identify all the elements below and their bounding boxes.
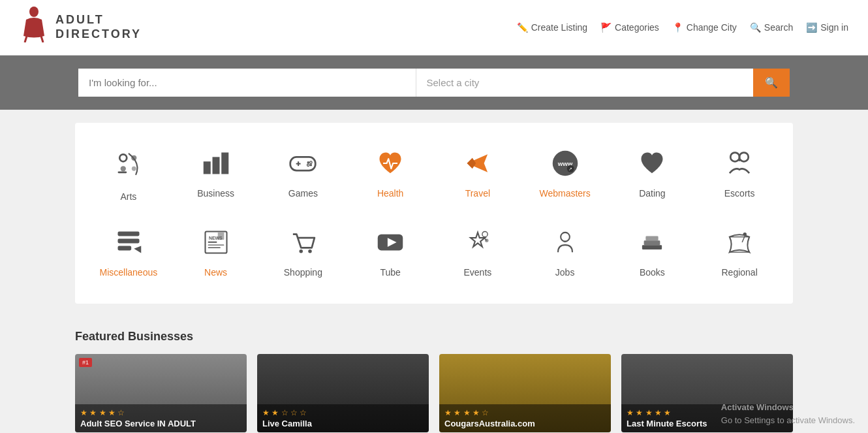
nav: ✏️ Create Listing 🚩 Categories 📍 Change … [517, 22, 848, 33]
svg-point-39 [482, 232, 488, 237]
shopping-icon [288, 228, 317, 259]
games-icon [288, 149, 317, 180]
logo-figure [20, 7, 49, 48]
featured-card-3[interactable]: ★ ★ ★ ★ ☆ CougarsAustralia.com [439, 354, 611, 432]
miscellaneous-icon [114, 228, 143, 259]
categories-container: Arts Business [75, 123, 793, 304]
header: ADULT DIRECTORY ✏️ Create Listing 🚩 Cate… [0, 0, 868, 56]
category-regional[interactable]: Regional [699, 221, 780, 284]
featured-card-2[interactable]: ★ ★ ☆ ☆ ☆ Live Camilla [257, 354, 429, 432]
svg-rect-33 [208, 248, 220, 248]
category-arts[interactable]: Arts [88, 142, 169, 208]
location-icon: 📍 [672, 22, 683, 33]
category-events[interactable]: Events [437, 221, 518, 284]
svg-rect-10 [221, 153, 228, 174]
logo-text: ADULT DIRECTORY [55, 13, 142, 41]
books-icon [638, 228, 666, 259]
category-health[interactable]: Health [350, 142, 431, 208]
card-stars-3: ★ ★ ★ ★ ☆ [444, 408, 606, 417]
svg-rect-44 [646, 236, 659, 240]
svg-point-0 [29, 7, 39, 17]
svg-rect-25 [117, 232, 139, 236]
svg-text:↗: ↗ [568, 167, 572, 171]
svg-point-16 [307, 164, 309, 166]
pencil-icon: ✏️ [517, 22, 528, 33]
signin-icon: ➡️ [806, 22, 817, 33]
nav-change-city[interactable]: 📍 Change City [672, 22, 737, 33]
featured-title: Featured Businesses [75, 330, 793, 344]
travel-icon [463, 149, 492, 180]
search-input[interactable] [78, 69, 416, 97]
categories-section: Arts Business [0, 110, 868, 317]
svg-marker-28 [134, 246, 141, 253]
dating-icon [638, 149, 666, 180]
card-badge-1: #1 [79, 358, 92, 367]
category-dating[interactable]: Dating [612, 142, 693, 208]
svg-point-5 [121, 166, 126, 171]
svg-rect-32 [208, 244, 224, 245]
svg-rect-9 [212, 157, 219, 174]
category-news[interactable]: NEWS News [176, 221, 256, 284]
svg-rect-42 [642, 245, 662, 249]
jobs-icon [551, 228, 580, 259]
city-select[interactable]: Select a city [416, 69, 754, 97]
logo[interactable]: ADULT DIRECTORY [20, 7, 142, 48]
category-miscellaneous[interactable]: Miscellaneous [88, 221, 169, 284]
categories-grid: Arts Business [88, 142, 780, 284]
nav-categories[interactable]: 🚩 Categories [600, 22, 659, 33]
card-info-2: ★ ★ ☆ ☆ ☆ Live Camilla [257, 404, 429, 432]
category-games[interactable]: Games [263, 142, 344, 208]
search-bar: Select a city 🔍 [0, 56, 868, 110]
svg-rect-31 [208, 242, 217, 243]
card-stars-2: ★ ★ ☆ ☆ ☆ [262, 408, 424, 417]
card-info-3: ★ ★ ★ ★ ☆ CougarsAustralia.com [439, 404, 611, 432]
card-stars-1: ★ ★ ★ ★ ☆ [80, 408, 241, 417]
health-icon [376, 149, 405, 180]
svg-point-15 [310, 164, 312, 166]
svg-point-35 [300, 249, 303, 253]
svg-rect-34 [217, 233, 224, 240]
nav-search[interactable]: 🔍 Search [750, 22, 793, 33]
svg-point-14 [307, 161, 309, 163]
escorts-icon [725, 149, 754, 180]
windows-notice: Activate Windows Go to Settings to activ… [721, 401, 855, 426]
category-jobs[interactable]: Jobs [525, 221, 606, 284]
svg-point-36 [309, 249, 313, 253]
nav-create-listing[interactable]: ✏️ Create Listing [517, 22, 587, 33]
category-business[interactable]: Business [176, 142, 256, 208]
svg-point-17 [310, 161, 312, 163]
svg-point-6 [132, 167, 136, 171]
category-travel[interactable]: Travel [437, 142, 518, 208]
category-escorts[interactable]: Escorts [699, 142, 780, 208]
search-button[interactable]: 🔍 [753, 69, 790, 97]
search-icon: 🔍 [750, 22, 761, 33]
svg-point-3 [119, 154, 127, 161]
svg-rect-27 [117, 246, 131, 251]
flag-icon: 🚩 [600, 22, 612, 33]
category-tube[interactable]: Tube [350, 221, 431, 284]
featured-card-1[interactable]: #1 ★ ★ ★ ★ ☆ Adult SEO Service IN ADULT [75, 354, 247, 432]
svg-point-40 [485, 239, 489, 243]
tube-icon [376, 228, 405, 259]
featured-grid: #1 ★ ★ ★ ★ ☆ Adult SEO Service IN ADULT … [75, 354, 793, 432]
svg-rect-43 [644, 240, 660, 245]
card-name-2: Live Camilla [262, 419, 424, 428]
arts-icon [114, 149, 143, 184]
card-name-3: CougarsAustralia.com [444, 419, 606, 428]
featured-section: Featured Businesses #1 ★ ★ ★ ★ ☆ Adult S… [55, 317, 813, 433]
nav-sign-in[interactable]: ➡️ Sign in [806, 22, 848, 33]
search-btn-icon: 🔍 [765, 77, 778, 88]
regional-icon [725, 228, 754, 259]
category-shopping[interactable]: Shopping [263, 221, 344, 284]
card-info-1: ★ ★ ★ ★ ☆ Adult SEO Service IN ADULT [75, 404, 247, 432]
events-icon [463, 228, 492, 259]
svg-rect-7 [117, 171, 127, 173]
svg-rect-8 [203, 161, 210, 174]
card-name-1: Adult SEO Service IN ADULT [80, 419, 241, 428]
business-icon [202, 149, 230, 180]
webmasters-icon: www ↗ [551, 149, 580, 180]
svg-rect-26 [117, 239, 139, 244]
category-books[interactable]: Books [612, 221, 693, 284]
news-icon: NEWS [202, 228, 230, 259]
category-webmasters[interactable]: www ↗ Webmasters [525, 142, 606, 208]
